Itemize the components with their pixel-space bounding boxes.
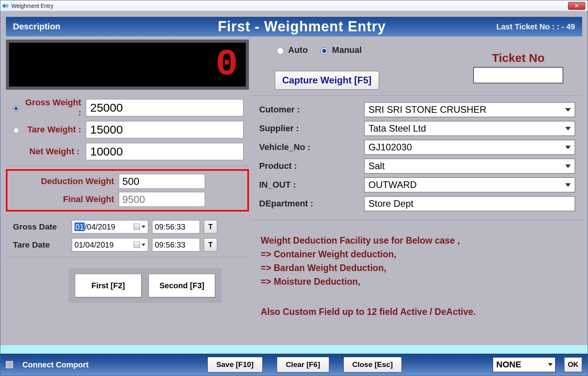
main-area: 0 Gross Weight : Tare Weight : [6, 36, 582, 345]
note-line: => Container Weight deduction, [261, 249, 573, 260]
connect-comport-checkbox[interactable] [6, 361, 13, 368]
window: Weighment Entry ✕ Description First - We… [0, 0, 588, 376]
note-line: Weight Deduction Facility use for Below … [261, 235, 573, 246]
chevron-down-icon [142, 244, 145, 246]
save-button[interactable]: Save [F10] [207, 357, 263, 372]
gross-time-input[interactable]: 09:56:33 [152, 220, 200, 233]
vehicle-no-label: Vehicle_No : [259, 142, 361, 152]
close-window-button[interactable]: ✕ [568, 2, 585, 10]
ok-button[interactable]: OK [564, 357, 582, 372]
chevron-down-icon [142, 226, 145, 228]
tare-weight-label: Tare Weight : [25, 125, 81, 135]
note-line: => Moisture Deduction, [261, 277, 573, 287]
app-icon [3, 3, 9, 9]
deduction-panel: Deduction Weight Final Weight [6, 169, 249, 212]
manual-radio[interactable] [321, 47, 328, 54]
gross-weight-input[interactable] [86, 99, 243, 116]
right-column: Auto Manual Capture Weight [F5] Ticket N… [252, 40, 582, 342]
ticket-no-label: Ticket No [473, 51, 563, 65]
connect-comport-label: Connect Comport [22, 360, 89, 369]
description-label: Description [13, 22, 154, 32]
supplier-combo[interactable]: Tata Steel Ltd [364, 121, 575, 136]
inout-label: IN_OUT : [259, 180, 361, 190]
close-button[interactable]: Close [Esc] [343, 357, 402, 372]
chevron-down-icon [565, 127, 571, 130]
chevron-down-icon [565, 146, 571, 149]
tare-date-label: Tare Date [13, 240, 68, 249]
notes-panel: Weight Deduction Facility use for Below … [252, 221, 582, 332]
weight-display: 0 [9, 43, 246, 87]
note-line: Also Custom Field up to 12 field Active … [261, 307, 573, 317]
bottom-bar: Connect Comport Save [F10] Clear [F6] Cl… [0, 354, 588, 376]
net-weight-input[interactable] [86, 143, 243, 160]
customer-combo[interactable]: SRI SRI STONE CRUSHER [364, 102, 575, 117]
capture-weight-button[interactable]: Capture Weight [F5] [275, 71, 379, 90]
note-line: => Bardan Weight Deduction, [261, 263, 573, 273]
deduction-weight-label: Deduction Weight [13, 176, 114, 186]
tare-date-picker[interactable]: 01/04/2019 [72, 238, 148, 251]
weight-display-value: 0 [216, 46, 238, 83]
manual-label: Manual [332, 45, 362, 55]
department-label: DEpartment : [259, 199, 361, 209]
customer-label: Cutomer : [259, 105, 361, 115]
auto-radio[interactable] [277, 47, 284, 54]
tare-time-input[interactable]: 09:56:33 [152, 238, 200, 251]
weight-display-panel: 0 [6, 40, 249, 90]
window-title: Weighment Entry [11, 3, 568, 9]
deduction-weight-input[interactable] [119, 174, 205, 189]
auto-label: Auto [288, 45, 308, 55]
chevron-down-icon [565, 164, 571, 168]
vehicle-no-combo[interactable]: GJ102030 [364, 140, 575, 155]
ticket-no-input[interactable] [473, 67, 563, 83]
final-weight-input[interactable] [119, 192, 205, 207]
separator-bar [0, 345, 588, 354]
titlebar: Weighment Entry ✕ [0, 0, 588, 11]
product-label: Product : [259, 161, 361, 171]
bottom-combo[interactable]: NONE [493, 357, 555, 372]
first-second-panel: First [F2] Second [F3] [6, 260, 249, 311]
weight-panel: Gross Weight : Tare Weight : Net Weight … [6, 93, 249, 166]
gross-time-button[interactable]: T [204, 220, 217, 233]
supplier-label: Supplier : [259, 123, 361, 134]
gross-date-label: Gross Date [13, 222, 68, 231]
first-button[interactable]: First [F2] [75, 274, 142, 297]
last-ticket-label: Last Ticket No : : - 49 [450, 22, 575, 31]
clear-button[interactable]: Clear [F6] [277, 357, 329, 372]
calendar-icon [134, 224, 140, 230]
content: Description First - Weighment Entry Last… [0, 11, 588, 376]
second-button[interactable]: Second [F3] [149, 274, 215, 297]
net-weight-label: Net Weight : [22, 146, 81, 157]
calendar-icon [134, 242, 140, 248]
product-combo[interactable]: Salt [364, 159, 575, 174]
mode-panel: Auto Manual Capture Weight [F5] Ticket N… [252, 40, 582, 96]
tare-time-button[interactable]: T [204, 238, 217, 251]
left-column: 0 Gross Weight : Tare Weight : [6, 40, 249, 342]
chevron-down-icon [548, 363, 553, 366]
chevron-down-icon [565, 108, 571, 112]
department-input[interactable] [364, 196, 575, 211]
date-panel: Gross Date 01/04/2019 09:56:33 T Tare Da… [6, 215, 249, 257]
header-bar: Description First - Weighment Entry Last… [6, 17, 582, 36]
tare-weight-radio[interactable] [13, 127, 19, 134]
details-panel: Cutomer : SRI SRI STONE CRUSHER Supplier… [252, 96, 582, 221]
gross-weight-radio[interactable] [13, 105, 19, 112]
gross-weight-label: Gross Weight : [25, 98, 81, 118]
chevron-down-icon [565, 183, 571, 187]
final-weight-label: Final Weight [13, 194, 114, 204]
tare-weight-input[interactable] [86, 121, 243, 138]
main-title: First - Weighment Entry [154, 18, 450, 35]
inout-combo[interactable]: OUTWARD [364, 177, 575, 192]
gross-date-picker[interactable]: 01/04/2019 [72, 220, 148, 233]
